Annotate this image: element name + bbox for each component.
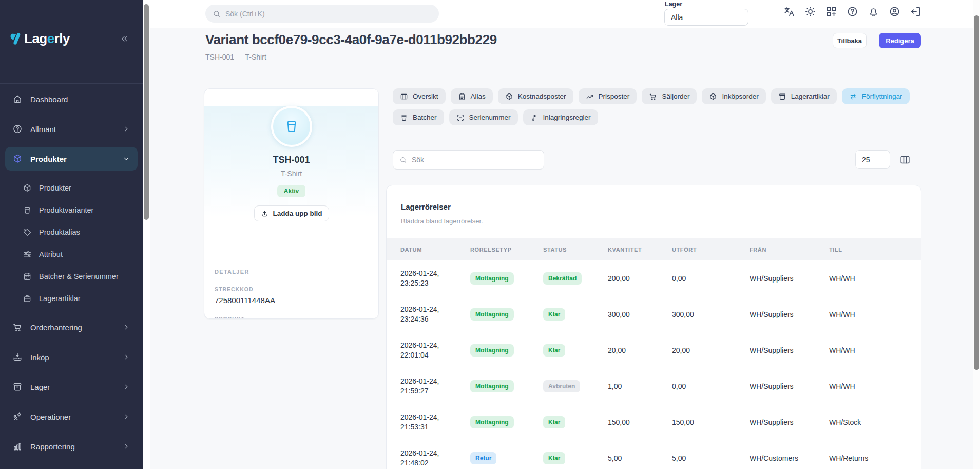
col-rorelsetyp: RÖRELSETYP: [470, 247, 543, 253]
page-title: Variant bccf0e79-9cc3-4a0f-9a7e-d011b92b…: [205, 32, 497, 48]
sliders-icon: [23, 250, 32, 259]
app-logo[interactable]: Lagerly: [8, 31, 70, 47]
done-cell: 20,00: [672, 346, 750, 354]
box-icon: [12, 382, 23, 392]
sidebar-item-inkop[interactable]: Inköp: [5, 345, 138, 369]
sidebar-subitem-produktvarianter[interactable]: Produktvarianter: [5, 199, 138, 221]
to-cell: WH/WH: [829, 274, 913, 283]
table-header-row: DATUM RÖRELSETYP STATUS KVANTITET UTFÖRT…: [387, 238, 921, 260]
sidebar-subitem-produktalias[interactable]: Produktalias: [5, 221, 138, 243]
transfer-icon: [849, 92, 857, 101]
sidebar-item-lager[interactable]: Lager: [5, 375, 138, 399]
from-cell: WH/Suppliers: [750, 382, 829, 390]
sidebar-subitem-attribut[interactable]: Attribut: [5, 243, 138, 265]
column-settings-icon[interactable]: [899, 154, 911, 165]
tab-saljorder[interactable]: Säljorder: [642, 88, 697, 104]
col-kvantitet: KVANTITET: [608, 247, 672, 253]
table-search-input[interactable]: [412, 156, 537, 164]
table-row[interactable]: 2026-01-24,23:24:36 Mottagning Klar 300,…: [387, 296, 921, 332]
tab-prisposter[interactable]: Prisposter: [579, 88, 637, 104]
from-cell: WH/Suppliers: [750, 310, 829, 318]
global-search[interactable]: [205, 5, 439, 23]
status-badge: Klar: [543, 344, 565, 357]
table-row[interactable]: 2026-01-24,21:53:31 Mottagning Klar 150,…: [387, 404, 921, 440]
tab-lagerartiklar[interactable]: Lagerartiklar: [771, 88, 837, 104]
col-status: STATUS: [543, 247, 608, 253]
barcode-label: STRECKKOD: [215, 286, 368, 292]
date-cell: 2026-01-24,23:24:36: [400, 305, 470, 324]
variant-sku: TSH-001: [204, 155, 378, 165]
tab-forflyttningar[interactable]: Förflyttningar: [842, 88, 910, 104]
sidebar-collapse-button[interactable]: [120, 34, 129, 44]
sidebar-subitem-lagerartiklar[interactable]: Lagerartiklar: [5, 287, 138, 309]
back-button[interactable]: Tillbaka: [833, 33, 867, 48]
done-cell: 0,00: [672, 382, 750, 390]
to-cell: WH/Returns: [829, 454, 913, 462]
tag-icon: [23, 228, 32, 237]
case-icon: [23, 294, 32, 303]
table-row[interactable]: 2026-01-24,21:59:27 Mottagning Avbruten …: [387, 368, 921, 404]
sidebar-subitem-produkter[interactable]: Produkter: [5, 177, 138, 199]
tab-batcher[interactable]: Batcher: [393, 109, 444, 125]
edit-button[interactable]: Redigera: [879, 33, 921, 48]
sidebar-nav: Dashboard Allmänt Produkter Produkter Pr…: [5, 87, 138, 469]
movement-type-badge: Retur: [470, 452, 496, 464]
user-circle-icon[interactable]: [889, 6, 900, 17]
bell-icon[interactable]: [868, 6, 879, 17]
table-row[interactable]: 2026-01-24,21:48:02 Retur Klar 5,00 5,00…: [387, 440, 921, 469]
tab-oversikt[interactable]: Översikt: [393, 88, 446, 104]
movement-type-badge: Mottagning: [470, 416, 514, 428]
to-cell: WH/WH: [829, 382, 913, 390]
tab-inkopsorder[interactable]: Inköpsorder: [702, 88, 765, 104]
chevron-right-icon: [122, 323, 130, 331]
tab-kostnadsposter[interactable]: Kostnadsposter: [498, 88, 573, 104]
columns-icon: [400, 92, 408, 101]
status-badge: Klar: [543, 452, 565, 464]
sidebar-subitem-batcher-serienummer[interactable]: Batcher & Serienummer: [5, 265, 138, 287]
sidebar-item-operationer[interactable]: Operationer: [5, 405, 138, 428]
sidebar-item-rapportering[interactable]: Rapportering: [5, 435, 138, 458]
cart-icon: [12, 322, 23, 332]
chevron-right-icon: [122, 412, 130, 421]
tab-alias[interactable]: Alias: [451, 88, 493, 104]
table-row[interactable]: 2026-01-24,23:25:23 Mottagning Bekräftad…: [387, 260, 921, 296]
variant-name: T-Shirt: [204, 170, 378, 178]
sidebar-item-installningar[interactable]: Inställningar: [5, 464, 138, 469]
sidebar-item-produkter[interactable]: Produkter: [5, 147, 138, 171]
upload-image-button[interactable]: Ladda upp bild: [254, 205, 329, 221]
tab-inlagringsregler[interactable]: Inlagringsregler: [523, 109, 598, 125]
translate-icon[interactable]: [783, 6, 795, 17]
page-subtitle: TSH-001 — T-Shirt: [205, 53, 266, 61]
sidebar-item-dashboard[interactable]: Dashboard: [5, 87, 138, 111]
done-cell: 150,00: [672, 418, 750, 426]
global-search-input[interactable]: [225, 10, 432, 18]
col-fran: FRÅN: [750, 247, 829, 253]
page-size-input[interactable]: [855, 150, 890, 169]
page-scrollbar-thumb[interactable]: [974, 15, 979, 370]
quantity-cell: 1,00: [608, 382, 672, 390]
variant-profile-card: TSH-001 T-Shirt Aktiv Ladda upp bild DET…: [204, 88, 379, 319]
home-icon: [12, 94, 23, 104]
sidebar-scrollbar-thumb[interactable]: [144, 4, 149, 220]
clipboard-icon: [458, 92, 466, 101]
logout-icon[interactable]: [910, 6, 921, 17]
sidebar-item-orderhantering[interactable]: Orderhantering: [5, 315, 138, 339]
bar-chart-icon: [12, 441, 23, 452]
search-icon: [213, 10, 221, 18]
help-circle-icon[interactable]: [847, 6, 858, 17]
cube-icon: [505, 92, 513, 101]
tab-serienummer[interactable]: Serienummer: [449, 109, 518, 125]
table-row[interactable]: 2026-01-24,22:01:04 Mottagning Klar 20,0…: [387, 332, 921, 368]
rules-icon: [530, 114, 539, 122]
apps-grid-plus-icon[interactable]: [825, 6, 837, 17]
sidebar-item-allmant[interactable]: Allmänt: [5, 117, 138, 141]
logo-row: Lagerly: [0, 0, 143, 84]
details-heading: DETALJER: [215, 269, 368, 275]
status-badge: Bekräftad: [543, 272, 582, 285]
table-search[interactable]: [393, 150, 544, 170]
scan-icon: [456, 114, 465, 122]
to-cell: WH/WH: [829, 346, 913, 354]
warehouse-filter-input[interactable]: [664, 9, 748, 26]
theme-sun-icon[interactable]: [804, 6, 816, 17]
tools-icon: [12, 411, 23, 422]
